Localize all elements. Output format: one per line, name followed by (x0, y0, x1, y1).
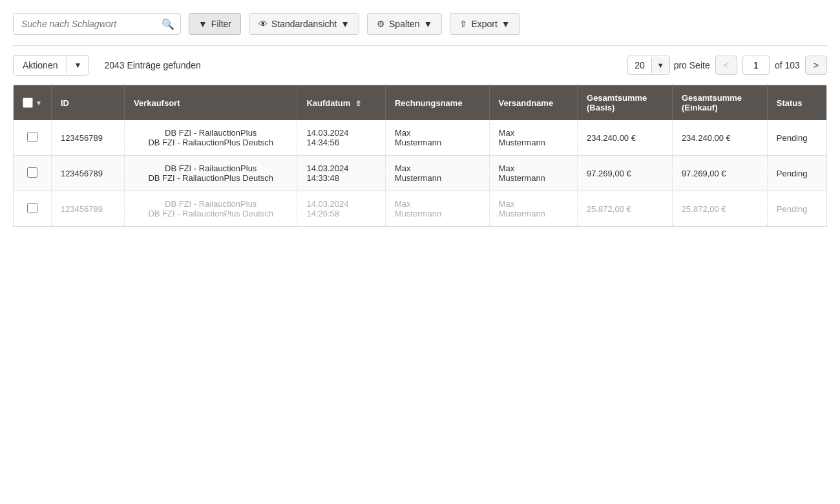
header-checkbox-dropdown[interactable]: ▼ (36, 100, 42, 107)
td-kaufdatum-2: 14.03.202414:26:58 (297, 191, 385, 227)
sort-asc-icon: ⇧ (355, 100, 361, 108)
chevron-down-icon-2: ▼ (424, 19, 433, 29)
chevron-down-icon-3: ▼ (501, 19, 510, 29)
td-status-0: Pending (767, 120, 826, 156)
pagination-controls: 20 ▼ pro Seite < of 103 > (627, 56, 827, 75)
td-status-2: Pending (767, 191, 826, 227)
td-gesamtsumme-basis-1: 97.269,00 € (578, 156, 673, 191)
th-id-label: ID (61, 98, 69, 108)
toolbar-bottom: Aktionen ▼ 2043 Einträge gefunden 20 ▼ p… (13, 55, 827, 76)
td-checkbox-2 (14, 191, 52, 227)
td-checkbox-1 (14, 156, 52, 191)
gear-icon: ⚙ (377, 19, 385, 29)
chevron-down-icon: ▼ (341, 19, 350, 29)
per-page-select[interactable]: 20 ▼ (627, 56, 669, 75)
table-row: 123456789 DB FZI - RailauctionPlusDB FZI… (14, 156, 827, 191)
th-kaufdatum[interactable]: Kaufdatum ⇧ (297, 85, 385, 121)
eye-icon: 👁 (258, 19, 268, 29)
view-label: Standardansicht (271, 19, 337, 29)
th-checkbox: ▼ (14, 85, 52, 121)
th-rechnungsname[interactable]: Rechnungsname (385, 85, 489, 121)
export-label: Export (471, 19, 497, 29)
data-table: ▼ ID Verkaufsort Kaufdatum ⇧ Rechnungsna… (13, 85, 827, 227)
th-id[interactable]: ID (51, 85, 124, 121)
aktionen-dropdown-icon[interactable]: ▼ (67, 56, 88, 74)
chevron-left-icon: < (724, 60, 729, 70)
td-gesamtsumme-basis-2: 25.872,00 € (578, 191, 673, 227)
export-icon: ⇧ (459, 19, 467, 29)
th-status-label: Status (777, 98, 803, 108)
td-gesamtsumme-einkauf-2: 25.872,00 € (672, 191, 767, 227)
th-verkaufsort-label: Verkaufsort (134, 98, 180, 108)
filter-icon: ▼ (198, 19, 207, 29)
td-verkaufsort-2: DB FZI - RailauctionPlusDB FZI - Railauc… (124, 191, 297, 227)
td-kaufdatum-1: 14.03.202414:33:48 (297, 156, 385, 191)
td-verkaufsort-0: DB FZI - RailauctionPlusDB FZI - Railauc… (124, 120, 297, 156)
th-gesamtsumme-basis-label: Gesamtsumme(Basis) (587, 93, 647, 112)
td-versandname-2: MaxMustermann (489, 191, 577, 227)
aktionen-button[interactable]: Aktionen ▼ (13, 55, 89, 76)
td-id-0: 123456789 (51, 120, 124, 156)
td-versandname-1: MaxMustermann (489, 156, 577, 191)
td-verkaufsort-1: DB FZI - RailauctionPlusDB FZI - Railauc… (124, 156, 297, 191)
td-gesamtsumme-basis-0: 234.240,00 € (578, 120, 673, 156)
page-input[interactable] (742, 56, 770, 75)
prev-page-button[interactable]: < (715, 56, 737, 75)
th-status[interactable]: Status (767, 85, 826, 121)
th-gesamtsumme-einkauf-label: Gesamtsumme(Einkauf) (682, 93, 742, 112)
td-versandname-0: MaxMustermann (489, 120, 577, 156)
table-header-row: ▼ ID Verkaufsort Kaufdatum ⇧ Rechnungsna… (14, 85, 827, 121)
filter-button[interactable]: ▼ Filter (189, 13, 241, 35)
th-versandname-label: Versandname (499, 98, 554, 108)
row-checkbox-1[interactable] (27, 167, 37, 178)
th-kaufdatum-label: Kaufdatum (306, 98, 350, 108)
columns-button[interactable]: ⚙ Spalten ▼ (367, 13, 442, 35)
td-gesamtsumme-einkauf-1: 97.269,00 € (672, 156, 767, 191)
td-rechnungsname-1: MaxMustermann (385, 156, 489, 191)
of-total: of 103 (775, 60, 800, 70)
per-page-dropdown-icon[interactable]: ▼ (651, 58, 669, 73)
td-id-2: 123456789 (51, 191, 124, 227)
td-gesamtsumme-einkauf-0: 234.240,00 € (672, 120, 767, 156)
table-row: 123456789 DB FZI - RailauctionPlusDB FZI… (14, 120, 827, 156)
filter-label: Filter (211, 19, 231, 29)
td-kaufdatum-0: 14.03.202414:34:56 (297, 120, 385, 156)
per-page-value: 20 (628, 56, 651, 74)
td-checkbox-0 (14, 120, 52, 156)
header-checkbox[interactable] (23, 98, 33, 108)
th-gesamtsumme-einkauf[interactable]: Gesamtsumme(Einkauf) (672, 85, 767, 121)
row-checkbox-2[interactable] (27, 203, 37, 213)
search-wrapper: 🔍 (13, 13, 181, 35)
export-button[interactable]: ⇧ Export ▼ (450, 13, 520, 35)
pro-seite-label: pro Seite (674, 60, 710, 70)
row-checkbox-0[interactable] (27, 132, 37, 142)
th-verkaufsort[interactable]: Verkaufsort (124, 85, 297, 121)
td-status-1: Pending (767, 156, 826, 191)
columns-label: Spalten (389, 19, 419, 29)
search-input[interactable] (13, 13, 181, 35)
view-button[interactable]: 👁 Standardansicht ▼ (249, 13, 359, 35)
toolbar-top: 🔍 ▼ Filter 👁 Standardansicht ▼ ⚙ Spalten… (13, 13, 827, 46)
td-id-1: 123456789 (51, 156, 124, 191)
per-page-wrapper: 20 ▼ pro Seite (627, 56, 710, 75)
next-page-button[interactable]: > (805, 56, 827, 75)
chevron-right-icon: > (814, 60, 819, 70)
entries-count: 2043 Einträge gefunden (104, 60, 200, 70)
td-rechnungsname-2: MaxMustermann (385, 191, 489, 227)
aktionen-label[interactable]: Aktionen (14, 56, 67, 75)
th-gesamtsumme-basis[interactable]: Gesamtsumme(Basis) (578, 85, 673, 121)
th-rechnungsname-label: Rechnungsname (395, 98, 463, 108)
td-rechnungsname-0: MaxMustermann (385, 120, 489, 156)
table-row: 123456789 DB FZI - RailauctionPlusDB FZI… (14, 191, 827, 227)
th-versandname[interactable]: Versandname (489, 85, 577, 121)
